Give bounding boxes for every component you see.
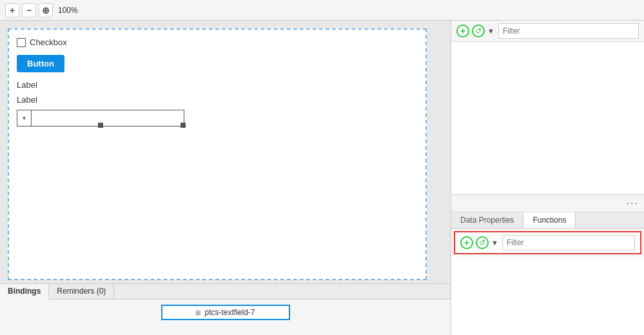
checkbox-box[interactable] bbox=[17, 38, 26, 47]
label-1: Label bbox=[17, 80, 418, 90]
right-add-button[interactable]: + bbox=[456, 25, 469, 37]
functions-filter-icon: ▼ bbox=[491, 239, 498, 247]
tab-data-properties[interactable]: Data Properties bbox=[451, 212, 523, 228]
canvas-wrapper: Checkbox Button Label Label ▼ bbox=[0, 21, 451, 283]
right-bottom-toolbar: ··· bbox=[451, 195, 644, 212]
bindings-section: Bindings Reminders (0) ⊞ ptcs-textfield-… bbox=[0, 283, 451, 335]
textfield-chip[interactable]: ⊞ ptcs-textfield-7 bbox=[161, 305, 290, 320]
filter-icon: ▼ bbox=[487, 27, 494, 35]
canvas-container: Checkbox Button Label Label ▼ bbox=[8, 28, 427, 280]
checkbox-row: Checkbox bbox=[17, 37, 418, 47]
right-top-content bbox=[451, 42, 644, 194]
bindings-tabs: Bindings Reminders (0) bbox=[0, 284, 451, 299]
functions-refresh-button[interactable]: ↺ bbox=[476, 236, 489, 249]
right-bottom-content bbox=[451, 257, 644, 335]
dropdown-input[interactable] bbox=[32, 110, 184, 126]
dropdown-arrow-icon: ▼ bbox=[17, 110, 32, 126]
main-area: Checkbox Button Label Label ▼ bbox=[0, 21, 644, 335]
canvas-section: Checkbox Button Label Label ▼ bbox=[0, 21, 451, 335]
ellipsis-icon: ··· bbox=[627, 198, 639, 209]
label-2: Label bbox=[17, 95, 418, 105]
remove-toolbar-button[interactable]: − bbox=[22, 3, 36, 17]
right-refresh-button[interactable]: ↺ bbox=[472, 25, 485, 37]
top-toolbar: + − ⊕ 100% bbox=[0, 0, 644, 21]
functions-filter-input[interactable] bbox=[502, 235, 635, 250]
right-bottom-filter-row: + ↺ ▼ bbox=[454, 231, 641, 254]
bindings-content: ⊞ ptcs-textfield-7 bbox=[0, 299, 451, 325]
right-top-filter-input[interactable] bbox=[498, 23, 639, 39]
chip-label: ptcs-textfield-7 bbox=[204, 308, 255, 317]
right-bottom-tabs: Data Properties Functions bbox=[451, 212, 644, 228]
resize-handle-bottom[interactable] bbox=[98, 123, 103, 128]
right-bottom: ··· Data Properties Functions + ↺ ▼ bbox=[451, 195, 644, 335]
tab-functions[interactable]: Functions bbox=[523, 212, 576, 228]
add-toolbar-button[interactable]: + bbox=[5, 3, 19, 17]
reminders-tab[interactable]: Reminders (0) bbox=[49, 284, 114, 299]
right-top-toolbar: + ↺ ▼ bbox=[451, 21, 644, 42]
zoom-label: 100% bbox=[58, 6, 78, 15]
dropdown-widget[interactable]: ▼ bbox=[17, 110, 184, 127]
right-top: + ↺ ▼ bbox=[451, 21, 644, 195]
canvas-button[interactable]: Button bbox=[17, 55, 64, 72]
right-panel: + ↺ ▼ ··· Data Properties Functions + ↺ … bbox=[451, 21, 644, 335]
resize-handle-corner[interactable] bbox=[181, 123, 186, 128]
bindings-tab[interactable]: Bindings bbox=[0, 284, 49, 299]
functions-add-button[interactable]: + bbox=[460, 236, 473, 249]
info-toolbar-button[interactable]: ⊕ bbox=[39, 3, 53, 17]
checkbox-label: Checkbox bbox=[30, 37, 67, 47]
chip-icon: ⊞ bbox=[195, 309, 200, 316]
